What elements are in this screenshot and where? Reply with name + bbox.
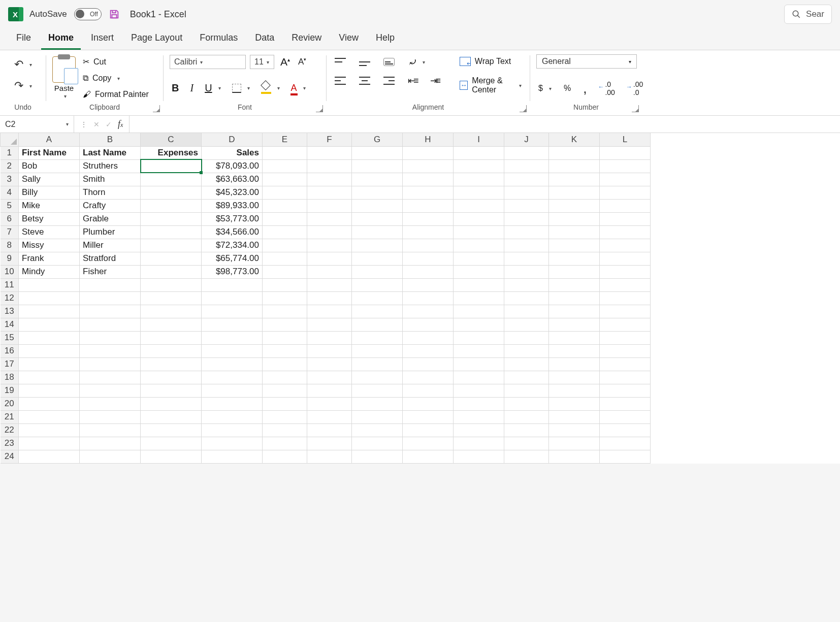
- decrease-indent-button[interactable]: ⇤≡: [406, 74, 419, 88]
- cell-D2[interactable]: $78,093.00: [202, 159, 263, 173]
- cell-K15[interactable]: [549, 331, 600, 344]
- cell-H16[interactable]: [403, 344, 454, 357]
- cell-E2[interactable]: [263, 159, 307, 173]
- cell-L17[interactable]: [600, 357, 651, 371]
- cell-D6[interactable]: $53,773.00: [202, 212, 263, 225]
- cell-K8[interactable]: [549, 239, 600, 252]
- cell-J9[interactable]: [504, 252, 549, 265]
- cell-F20[interactable]: [307, 397, 352, 410]
- cell-E21[interactable]: [263, 410, 307, 423]
- cell-L11[interactable]: [600, 278, 651, 291]
- formula-input[interactable]: [130, 116, 840, 133]
- cell-C17[interactable]: [141, 357, 202, 371]
- cell-L6[interactable]: [600, 212, 651, 225]
- cell-E13[interactable]: [263, 305, 307, 318]
- row-header-18[interactable]: 18: [1, 371, 19, 384]
- cell-H5[interactable]: [403, 199, 454, 212]
- cell-D14[interactable]: [202, 318, 263, 331]
- cell-B9[interactable]: Stratford: [80, 252, 141, 265]
- cell-A8[interactable]: Missy: [19, 239, 80, 252]
- column-header-I[interactable]: I: [454, 133, 504, 146]
- cell-D17[interactable]: [202, 357, 263, 371]
- underline-button[interactable]: U▾: [203, 81, 222, 95]
- cell-E9[interactable]: [263, 252, 307, 265]
- cell-H22[interactable]: [403, 423, 454, 437]
- cell-L14[interactable]: [600, 318, 651, 331]
- row-header-24[interactable]: 24: [1, 450, 19, 463]
- cell-E8[interactable]: [263, 239, 307, 252]
- cell-B5[interactable]: Crafty: [80, 199, 141, 212]
- row-header-21[interactable]: 21: [1, 410, 19, 423]
- cell-F4[interactable]: [307, 186, 352, 199]
- cell-C7[interactable]: [141, 225, 202, 239]
- tab-review[interactable]: Review: [284, 28, 329, 50]
- alignment-launcher[interactable]: [520, 105, 527, 112]
- cell-K17[interactable]: [549, 357, 600, 371]
- cell-K4[interactable]: [549, 186, 600, 199]
- cell-H1[interactable]: [403, 146, 454, 159]
- cell-L5[interactable]: [600, 199, 651, 212]
- tab-home[interactable]: Home: [41, 28, 81, 50]
- row-header-2[interactable]: 2: [1, 159, 19, 173]
- cell-A15[interactable]: [19, 331, 80, 344]
- cell-H2[interactable]: [403, 159, 454, 173]
- cell-A12[interactable]: [19, 291, 80, 305]
- cell-G4[interactable]: [352, 186, 403, 199]
- cell-G3[interactable]: [352, 173, 403, 186]
- cell-G16[interactable]: [352, 344, 403, 357]
- cell-E14[interactable]: [263, 318, 307, 331]
- cell-B10[interactable]: Fisher: [80, 265, 141, 278]
- cell-J19[interactable]: [504, 384, 549, 397]
- cell-K11[interactable]: [549, 278, 600, 291]
- cell-K23[interactable]: [549, 437, 600, 450]
- cell-I8[interactable]: [454, 239, 504, 252]
- cell-B18[interactable]: [80, 371, 141, 384]
- borders-button[interactable]: ▾: [230, 82, 252, 94]
- cell-C9[interactable]: [141, 252, 202, 265]
- cell-D24[interactable]: [202, 450, 263, 463]
- cell-F16[interactable]: [307, 344, 352, 357]
- cell-A24[interactable]: [19, 450, 80, 463]
- cell-D3[interactable]: $63,663.00: [202, 173, 263, 186]
- cell-J24[interactable]: [504, 450, 549, 463]
- cell-B2[interactable]: Struthers: [80, 159, 141, 173]
- bold-button[interactable]: B: [170, 81, 181, 95]
- cell-I12[interactable]: [454, 291, 504, 305]
- cell-G9[interactable]: [352, 252, 403, 265]
- cell-H17[interactable]: [403, 357, 454, 371]
- cell-J3[interactable]: [504, 173, 549, 186]
- cell-K12[interactable]: [549, 291, 600, 305]
- cell-I24[interactable]: [454, 450, 504, 463]
- row-header-5[interactable]: 5: [1, 199, 19, 212]
- redo-button[interactable]: ↷▾: [12, 78, 34, 94]
- cell-K20[interactable]: [549, 397, 600, 410]
- align-center-button[interactable]: [357, 75, 372, 86]
- cell-B21[interactable]: [80, 410, 141, 423]
- cell-C11[interactable]: [141, 278, 202, 291]
- select-all-corner[interactable]: [1, 133, 19, 146]
- cell-B14[interactable]: [80, 318, 141, 331]
- column-header-D[interactable]: D: [202, 133, 263, 146]
- cell-J23[interactable]: [504, 437, 549, 450]
- cell-C8[interactable]: [141, 239, 202, 252]
- cell-A19[interactable]: [19, 384, 80, 397]
- row-header-13[interactable]: 13: [1, 305, 19, 318]
- cell-J1[interactable]: [504, 146, 549, 159]
- cell-H23[interactable]: [403, 437, 454, 450]
- cell-I11[interactable]: [454, 278, 504, 291]
- cell-B3[interactable]: Smith: [80, 173, 141, 186]
- cell-I23[interactable]: [454, 437, 504, 450]
- cell-B12[interactable]: [80, 291, 141, 305]
- cell-F2[interactable]: [307, 159, 352, 173]
- cell-H18[interactable]: [403, 371, 454, 384]
- cell-L15[interactable]: [600, 331, 651, 344]
- cell-A14[interactable]: [19, 318, 80, 331]
- cell-L7[interactable]: [600, 225, 651, 239]
- cell-J22[interactable]: [504, 423, 549, 437]
- cell-F9[interactable]: [307, 252, 352, 265]
- cell-K2[interactable]: [549, 159, 600, 173]
- cell-I15[interactable]: [454, 331, 504, 344]
- tab-help[interactable]: Help: [369, 28, 402, 50]
- row-header-8[interactable]: 8: [1, 239, 19, 252]
- cell-L21[interactable]: [600, 410, 651, 423]
